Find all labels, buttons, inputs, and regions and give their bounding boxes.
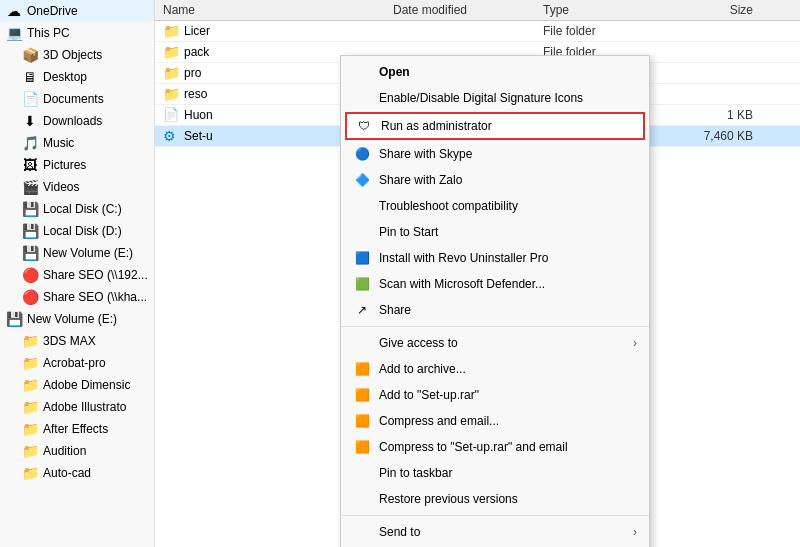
header-size: Size [673,3,753,17]
sidebar-label-videos: Videos [43,180,79,194]
file-name-label: Huon [184,108,213,122]
sidebar-item-localdiskd[interactable]: 💾Local Disk (D:) [0,220,154,242]
ctx-icon-open [353,63,371,81]
file-name-label: reso [184,87,207,101]
sidebar-item-shareseo1[interactable]: 🔴Share SEO (\\192... [0,264,154,286]
pictures-icon: 🖼 [22,157,38,173]
ctx-label-runasadmin: Run as administrator [381,119,492,133]
file-name-label: pack [184,45,209,59]
file-icon-folder: 📁 [163,23,179,39]
sidebar-item-onedrive[interactable]: ☁OneDrive [0,0,154,22]
ctx-label-compressemail: Compress and email... [379,414,499,428]
ctx-label-enabledigital: Enable/Disable Digital Signature Icons [379,91,583,105]
ctx-divider [341,326,649,327]
3dobjects-icon: 📦 [22,47,38,63]
table-row[interactable]: 📁LicerFile folder [155,21,800,42]
ctx-icon-troubleshoot [353,197,371,215]
header-name: Name [163,3,393,17]
context-menu: OpenEnable/Disable Digital Signature Ico… [340,55,650,547]
onedrive-icon: ☁ [6,3,22,19]
ctx-item-open[interactable]: Open [341,59,649,85]
sidebar: ☁OneDrive💻This PC📦3D Objects🖥Desktop📄Doc… [0,0,155,547]
sidebar-label-adobeillustrator: Adobe Illustrato [43,400,126,414]
sidebar-item-thispc[interactable]: 💻This PC [0,22,154,44]
ctx-item-restoreprev[interactable]: Restore previous versions [341,486,649,512]
sidebar-item-3dobjects[interactable]: 📦3D Objects [0,44,154,66]
ctx-label-restoreprev: Restore previous versions [379,492,518,506]
file-name-label: Set-u [184,129,213,143]
sidebar-item-localdiskc[interactable]: 💾Local Disk (C:) [0,198,154,220]
sidebar-item-videos[interactable]: 🎬Videos [0,176,154,198]
ctx-item-compressemail[interactable]: 🟧Compress and email... [341,408,649,434]
ctx-icon-sharezalo: 🔷 [353,171,371,189]
sidebar-item-downloads[interactable]: ⬇Downloads [0,110,154,132]
sidebar-item-3dsmax[interactable]: 📁3DS MAX [0,330,154,352]
ctx-arrow-giveaccess: › [633,336,637,350]
ctx-label-sendto: Send to [379,525,420,539]
sidebar-item-music[interactable]: 🎵Music [0,132,154,154]
ctx-item-addarchive[interactable]: 🟧Add to archive... [341,356,649,382]
sidebar-item-newvolumee2[interactable]: 💾New Volume (E:) [0,308,154,330]
ctx-label-share: Share [379,303,411,317]
sidebar-item-adobeillustrator[interactable]: 📁Adobe Illustrato [0,396,154,418]
downloads-icon: ⬇ [22,113,38,129]
ctx-item-installrevo[interactable]: 🟦Install with Revo Uninstaller Pro [341,245,649,271]
ctx-item-giveaccess[interactable]: Give access to› [341,330,649,356]
file-name-cell: 📁Licer [163,23,393,39]
sidebar-label-thispc: This PC [27,26,70,40]
ctx-label-installrevo: Install with Revo Uninstaller Pro [379,251,548,265]
audition-icon: 📁 [22,443,38,459]
sidebar-item-pictures[interactable]: 🖼Pictures [0,154,154,176]
ctx-item-addsetuprar[interactable]: 🟧Add to "Set-up.rar" [341,382,649,408]
ctx-icon-enabledigital [353,89,371,107]
ctx-item-shareskype[interactable]: 🔵Share with Skype [341,141,649,167]
sidebar-label-music: Music [43,136,74,150]
newvolumee-icon: 💾 [22,245,38,261]
ctx-label-open: Open [379,65,410,79]
ctx-item-scandefender[interactable]: 🟩Scan with Microsoft Defender... [341,271,649,297]
ctx-item-compresssetup[interactable]: 🟧Compress to "Set-up.rar" and email [341,434,649,460]
sidebar-item-autocad[interactable]: 📁Auto-cad [0,462,154,484]
newvolumee2-icon: 💾 [6,311,22,327]
ctx-item-sendto[interactable]: Send to› [341,519,649,545]
sidebar-item-shareseo2[interactable]: 🔴Share SEO (\\kha... [0,286,154,308]
ctx-arrow-sendto: › [633,525,637,539]
sidebar-item-newvolumee[interactable]: 💾New Volume (E:) [0,242,154,264]
ctx-label-compresssetup: Compress to "Set-up.rar" and email [379,440,568,454]
ctx-item-sharezalo[interactable]: 🔷Share with Zalo [341,167,649,193]
acrobatpro-icon: 📁 [22,355,38,371]
file-icon-folder: 📁 [163,44,179,60]
ctx-item-runasadmin[interactable]: 🛡Run as administrator [345,112,645,140]
sidebar-label-acrobatpro: Acrobat-pro [43,356,106,370]
music-icon: 🎵 [22,135,38,151]
ctx-item-pintostarter[interactable]: Pin to Start [341,219,649,245]
sidebar-item-documents[interactable]: 📄Documents [0,88,154,110]
aftereffects-icon: 📁 [22,421,38,437]
sidebar-item-audition[interactable]: 📁Audition [0,440,154,462]
sidebar-item-desktop[interactable]: 🖥Desktop [0,66,154,88]
ctx-item-share[interactable]: ↗Share [341,297,649,323]
sidebar-label-documents: Documents [43,92,104,106]
sidebar-item-adobedimension[interactable]: 📁Adobe Dimensic [0,374,154,396]
file-icon-folder: 📁 [163,65,179,81]
ctx-icon-compresssetup: 🟧 [353,438,371,456]
ctx-icon-scandefender: 🟩 [353,275,371,293]
ctx-label-giveaccess: Give access to [379,336,458,350]
ctx-item-troubleshoot[interactable]: Troubleshoot compatibility [341,193,649,219]
3dsmax-icon: 📁 [22,333,38,349]
file-icon-text: 📄 [163,107,179,123]
documents-icon: 📄 [22,91,38,107]
sidebar-label-newvolumee2: New Volume (E:) [27,312,117,326]
sidebar-item-acrobatpro[interactable]: 📁Acrobat-pro [0,352,154,374]
sidebar-label-adobedimension: Adobe Dimensic [43,378,130,392]
sidebar-item-aftereffects[interactable]: 📁After Effects [0,418,154,440]
ctx-icon-shareskype: 🔵 [353,145,371,163]
file-size: 1 KB [673,108,753,122]
shareseo2-icon: 🔴 [22,289,38,305]
ctx-label-addarchive: Add to archive... [379,362,466,376]
ctx-item-enabledigital[interactable]: Enable/Disable Digital Signature Icons [341,85,649,111]
file-list-header: Name Date modified Type Size [155,0,800,21]
ctx-label-pintotaskbar: Pin to taskbar [379,466,452,480]
ctx-item-pintotaskbar[interactable]: Pin to taskbar [341,460,649,486]
ctx-label-sharezalo: Share with Zalo [379,173,462,187]
